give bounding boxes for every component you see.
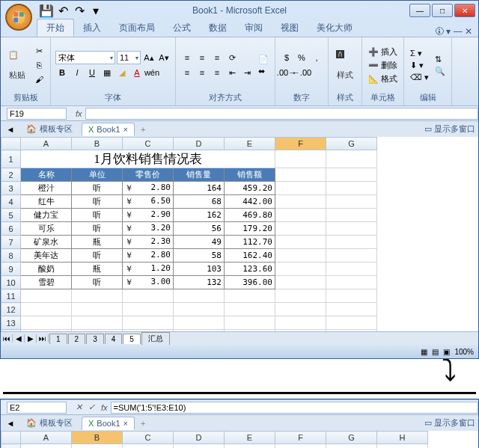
save-icon[interactable]: 💾 [40, 4, 53, 17]
paste-button[interactable]: 📋 粘贴 [5, 49, 29, 82]
formula-input-bottom[interactable]: =SUM('1:5'!E3:E10) [111, 402, 478, 414]
worksheet-area-bottom[interactable]: ABCDEFGH 1 2总销售额：11724.5 3 主讲老师：陶泽昱 发布于知… [1, 431, 478, 448]
col-D[interactable]: D [174, 138, 225, 150]
tab-nav-left-icon[interactable]: ◄ [4, 417, 17, 430]
bold-button[interactable]: B [55, 66, 69, 79]
grid-bottom[interactable]: ABCDEFGH 1 2总销售额：11724.5 3 [1, 431, 428, 448]
multi-window-button[interactable]: ▭ 显示多窗口 [424, 123, 475, 135]
wrap-text-button[interactable]: 📄 [257, 54, 270, 65]
col-F[interactable]: F [275, 138, 326, 150]
redo-icon[interactable]: ↷ [73, 4, 86, 17]
sheet-tab-1[interactable]: 1 [49, 334, 67, 344]
doc-tab-template[interactable]: 🏠模板专区 [20, 416, 79, 430]
sheet-nav-prev-icon[interactable]: ◀ [13, 334, 25, 343]
sheet-nav-first-icon[interactable]: ⏮ [1, 334, 13, 343]
doc-tab-book1[interactable]: XBook1× [82, 417, 135, 430]
currency-icon[interactable]: $ [280, 51, 293, 64]
indent-out-icon[interactable]: ⇤ [225, 66, 239, 79]
cut-icon[interactable]: ✂ [32, 44, 46, 58]
align-left-icon[interactable]: ≡ [180, 66, 194, 79]
phonetic-button[interactable]: wén [145, 66, 159, 79]
comma-icon[interactable]: , [310, 51, 323, 64]
format-painter-icon[interactable]: 🖌 [32, 73, 46, 86]
col-A[interactable]: A [21, 138, 72, 150]
cancel-icon[interactable]: ✕ [73, 402, 85, 412]
tab-page-layout[interactable]: 页面布局 [110, 19, 164, 37]
align-center-icon[interactable]: ≡ [195, 66, 209, 79]
increase-font-icon[interactable]: A▴ [142, 51, 156, 64]
view-layout-icon[interactable]: ▤ [432, 348, 439, 356]
merge-center-button[interactable]: ⬌ [257, 66, 270, 77]
font-name-combo[interactable]: 宋体 [55, 51, 115, 64]
align-bottom-icon[interactable]: ≡ [210, 51, 224, 64]
table-row[interactable]: 7矿泉水瓶2.3049112.70 [1, 236, 377, 249]
ribbon-help-icon[interactable]: 🛈 ▾ — ✕ [429, 26, 478, 37]
col-G[interactable]: G [326, 138, 377, 150]
dec-decimal-icon[interactable]: ←.00 [295, 66, 308, 79]
insert-cells-button[interactable]: ➕ 插入 [367, 46, 399, 58]
tab-review[interactable]: 审阅 [236, 19, 272, 37]
italic-button[interactable]: I [70, 66, 84, 79]
row-2[interactable]: 2 [1, 168, 21, 182]
clear-button[interactable]: ⌫ ▾ [409, 72, 430, 83]
border-button[interactable]: ▦ [100, 66, 114, 79]
row-1[interactable]: 1 [1, 150, 21, 168]
close-tab-icon[interactable]: × [123, 125, 128, 134]
font-color-button[interactable]: A [130, 66, 144, 79]
align-middle-icon[interactable]: ≡ [195, 51, 209, 64]
table-row[interactable]: 3橙汁听2.80164459.20 [1, 182, 377, 195]
add-tab-icon[interactable]: + [138, 125, 148, 134]
table-row[interactable]: 8美年达听2.8058162.40 [1, 249, 377, 263]
maximize-button[interactable]: □ [432, 4, 453, 17]
doc-tab-book1[interactable]: XBook1× [82, 123, 135, 136]
col-C[interactable]: C [123, 138, 174, 150]
doc-tab-template[interactable]: 🏠模板专区 [20, 122, 79, 136]
office-button[interactable] [5, 4, 32, 31]
fx-icon[interactable]: fx [73, 109, 85, 118]
find-select-button[interactable]: 🔍 [433, 66, 447, 77]
autosum-button[interactable]: Σ ▾ [409, 48, 430, 59]
row-13[interactable]: 13 [1, 316, 21, 330]
indent-in-icon[interactable]: ⇥ [240, 66, 254, 79]
add-tab-icon[interactable]: + [138, 419, 148, 428]
styles-button[interactable]: 🅰 样式 [333, 49, 357, 82]
sheet-tab-3[interactable]: 3 [86, 334, 104, 344]
worksheet-area[interactable]: ABCDEFG 11月饮料销售情况表 2名称单位零售价销售量销售额 3橙汁听2.… [1, 137, 478, 331]
table-row[interactable]: 9酸奶瓶1.20103123.60 [1, 263, 377, 276]
align-right-icon[interactable]: ≡ [210, 66, 224, 79]
sort-filter-button[interactable]: ⇅ [433, 54, 447, 65]
tab-home[interactable]: 开始 [37, 19, 74, 37]
row-12[interactable]: 12 [1, 303, 21, 316]
fill-button[interactable]: ⬇ ▾ [409, 60, 430, 71]
delete-cells-button[interactable]: ➖ 删除 [367, 59, 399, 72]
orientation-icon[interactable]: ⟳ [225, 51, 239, 64]
table-row[interactable]: 6可乐听3.2056179.20 [1, 222, 377, 236]
zoom-level[interactable]: 100% [454, 348, 474, 356]
table-row[interactable]: 10雪碧听3.00132396.00 [1, 276, 377, 289]
font-size-combo[interactable]: 11 [117, 51, 141, 64]
table-row[interactable]: 4红牛听6.5068442.00 [1, 195, 377, 209]
close-button[interactable]: ✕ [454, 4, 475, 17]
sheet-nav-last-icon[interactable]: ⏭ [37, 334, 49, 343]
grid[interactable]: ABCDEFG 11月饮料销售情况表 2名称单位零售价销售量销售额 3橙汁听2.… [1, 137, 377, 331]
view-break-icon[interactable]: ▣ [443, 348, 450, 356]
fill-color-button[interactable]: ◢ [115, 66, 129, 79]
tab-beautify[interactable]: 美化大师 [308, 19, 361, 37]
decrease-font-icon[interactable]: A▾ [157, 51, 171, 64]
formula-input[interactable] [85, 108, 478, 120]
name-box[interactable]: F19 [7, 108, 67, 120]
qat-dropdown-icon[interactable]: ▾ [89, 4, 103, 17]
align-top-icon[interactable]: ≡ [180, 51, 194, 64]
col-E[interactable]: E [225, 138, 275, 150]
sheet-tab-4[interactable]: 4 [105, 334, 123, 344]
tab-formulas[interactable]: 公式 [164, 19, 200, 37]
multi-window-button[interactable]: ▭ 显示多窗口 [424, 417, 475, 429]
tab-nav-left-icon[interactable]: ◄ [4, 123, 17, 136]
copy-icon[interactable]: ⎘ [32, 58, 46, 72]
underline-button[interactable]: U [85, 66, 99, 79]
enter-icon[interactable]: ✓ [85, 402, 98, 412]
close-tab-icon[interactable]: × [123, 419, 128, 428]
undo-icon[interactable]: ↶ [56, 4, 70, 17]
tab-insert[interactable]: 插入 [74, 19, 110, 37]
format-cells-button[interactable]: 📐 格式 [367, 73, 399, 85]
